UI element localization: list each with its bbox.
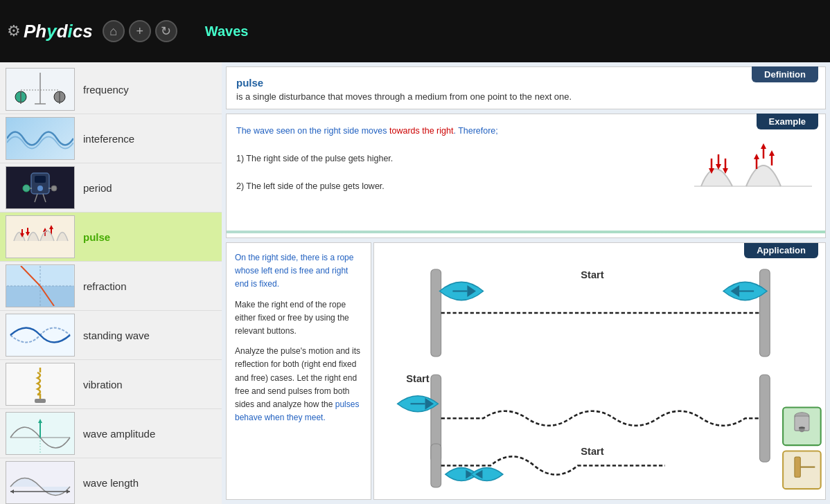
app-desc-3: Analyze the pulse's motion and its refle… [235, 345, 362, 424]
svg-rect-27 [7, 286, 73, 306]
svg-text:Start: Start [581, 446, 604, 457]
sidebar-thumb-frequency [6, 68, 75, 111]
svg-rect-58 [760, 269, 770, 357]
main-area: frequency inteference [0, 62, 830, 504]
svg-point-16 [51, 186, 57, 191]
sidebar-label-wave-length: wave length [83, 477, 139, 489]
sidebar-item-frequency[interactable]: frequency [0, 65, 222, 114]
sidebar-item-vibration[interactable]: vibration [0, 360, 222, 409]
sidebar-thumb-refraction [6, 264, 75, 307]
sidebar-item-refraction[interactable]: refraction [0, 262, 222, 311]
sidebar-thumb-wave-amplitude [6, 412, 75, 455]
sidebar-label-period: period [83, 182, 112, 194]
sidebar-thumb-vibration [6, 363, 75, 406]
sidebar-item-wave-length[interactable]: wave length [0, 458, 222, 504]
svg-marker-54 [761, 143, 766, 149]
svg-rect-9 [35, 176, 46, 183]
definition-text: is a single disturbance that moves throu… [236, 91, 815, 102]
sidebar-thumb-interference [6, 117, 75, 160]
svg-rect-69 [431, 444, 441, 487]
sidebar-item-standing-wave[interactable]: standing wave [0, 311, 222, 360]
definition-tab: Definition [752, 66, 818, 82]
svg-rect-57 [431, 269, 441, 357]
example-intro-blue: The wave seen on the [236, 126, 324, 136]
sidebar-label-pulse: pulse [83, 231, 110, 243]
back-button[interactable]: + [129, 20, 151, 42]
sidebar: frequency inteference [0, 62, 222, 504]
svg-point-14 [23, 185, 30, 192]
definition-content: pulse is a single disturbance that moves… [227, 67, 825, 109]
svg-text:Start: Start [581, 269, 604, 280]
example-point2: 2) The left side of the pulse gets lower… [236, 179, 684, 193]
svg-marker-52 [754, 154, 759, 159]
sidebar-item-interference[interactable]: inteference [0, 114, 222, 163]
content-area: Definition pulse is a single disturbance… [222, 62, 830, 504]
sidebar-label-interference: inteference [83, 133, 134, 145]
svg-rect-34 [35, 399, 46, 403]
svg-rect-65 [760, 375, 770, 462]
sidebar-label-refraction: refraction [83, 280, 127, 292]
sidebar-label-frequency: frequency [83, 84, 129, 96]
logo-area: ⚙ Phydics [7, 21, 93, 42]
example-text: The wave seen on the right side moves to… [236, 124, 684, 221]
nav-icons: ⌂ + ↻ [103, 20, 177, 42]
forward-button[interactable]: ↻ [155, 20, 177, 42]
definition-section: Definition pulse is a single disturbance… [226, 66, 826, 109]
svg-rect-79 [795, 457, 800, 477]
sidebar-label-standing-wave: standing wave [83, 330, 150, 341]
sidebar-thumb-wave-length [6, 461, 75, 504]
section-title: Waves [205, 24, 249, 39]
example-section: Example The wave seen on the right side … [226, 114, 826, 238]
svg-rect-78 [783, 451, 821, 489]
sidebar-thumb-standing-wave [6, 314, 75, 357]
sidebar-list: frequency inteference [0, 62, 222, 504]
gear-icon: ⚙ [7, 22, 21, 40]
sidebar-thumb-period [6, 166, 75, 209]
app-desc-1: On the right side, there is a rope whose… [235, 251, 362, 291]
sidebar-label-vibration: vibration [83, 379, 123, 390]
sidebar-item-pulse[interactable]: pulse [0, 213, 222, 262]
sidebar-item-wave-amplitude[interactable]: wave amplitude [0, 409, 222, 458]
home-button[interactable]: ⌂ [103, 20, 125, 42]
bottom-section: On the right side, there is a rope whose… [226, 242, 826, 500]
svg-text:Start: Start [406, 373, 430, 384]
application-text: On the right side, there is a rope whose… [226, 242, 371, 500]
example-tab: Example [757, 114, 818, 129]
example-content: The wave seen on the right side moves to… [227, 114, 825, 231]
sidebar-label-wave-amplitude: wave amplitude [83, 428, 155, 440]
svg-rect-26 [7, 266, 73, 286]
app-desc-2: Make the right end of the rope either fi… [235, 298, 362, 339]
definition-term: pulse [236, 77, 815, 89]
svg-point-10 [37, 186, 43, 191]
sidebar-thumb-pulse [6, 215, 75, 258]
logo-text: Phydics [24, 21, 93, 42]
example-point1: 1) The right side of the pulse gets high… [236, 152, 684, 165]
application-visual: Application Start [373, 242, 826, 500]
example-visual [691, 124, 815, 221]
header: ⚙ Phydics ⌂ + ↻ Waves [0, 0, 830, 62]
sidebar-item-period[interactable]: period [0, 163, 222, 213]
pulse-diagram: Start [374, 243, 825, 499]
application-tab: Application [744, 242, 818, 258]
svg-marker-56 [769, 150, 775, 156]
